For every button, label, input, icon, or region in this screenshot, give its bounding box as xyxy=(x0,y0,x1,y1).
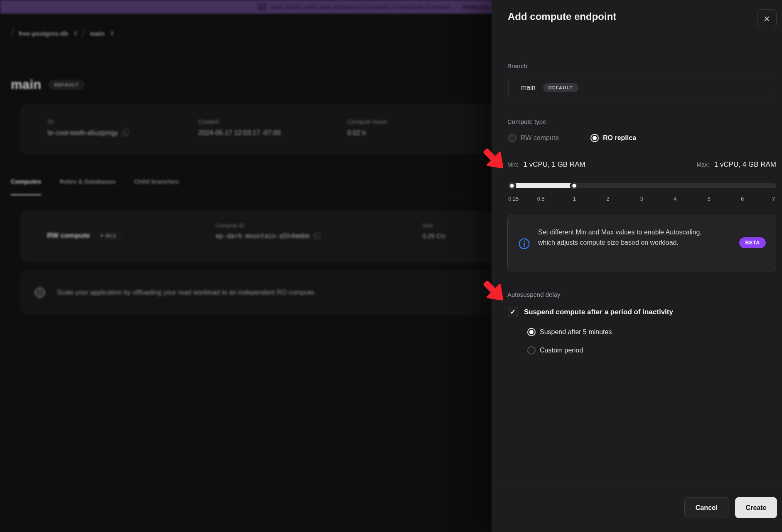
max-label: Max: xyxy=(696,161,709,168)
tick-label: 1 xyxy=(573,196,576,202)
radio-suspend-5-minutes[interactable]: Suspend after 5 minutes xyxy=(527,328,612,336)
copy-icon[interactable] xyxy=(122,129,129,137)
footer-divider xyxy=(492,483,782,483)
tick-label: 4 xyxy=(674,196,676,202)
breadcrumb-divider: / xyxy=(10,27,15,39)
table-icon xyxy=(258,3,266,10)
tick-label: 6 xyxy=(741,196,744,202)
stat-compute-hours: Compute hours 0.02 h xyxy=(347,118,387,137)
radio-rw-compute[interactable]: RW compute xyxy=(508,134,559,142)
red-arrow-autosuspend-icon xyxy=(481,278,507,304)
create-button[interactable]: Create xyxy=(735,497,777,518)
autoscaling-info-text: Set different Min and Max values to enab… xyxy=(538,227,713,248)
branch-tabs: Computes Roles & Databases Child branche… xyxy=(11,178,179,195)
stat-label: Created xyxy=(198,118,280,125)
compute-id-value: ep-dark-mountain-a5h4mmbm xyxy=(216,232,310,240)
branch-default-badge: DEFAULT xyxy=(543,83,578,92)
slider-handle-max[interactable] xyxy=(571,182,578,190)
tab-computes[interactable]: Computes xyxy=(11,178,41,195)
radio-label: Custom period xyxy=(540,347,583,354)
breadcrumb-divider: / xyxy=(81,27,86,39)
drawer-title: Add compute endpoint xyxy=(508,11,616,22)
compute-id-label: Compute ID xyxy=(216,222,320,229)
autosuspend-label: Autosuspend delay xyxy=(507,291,561,298)
stat-label: Compute hours xyxy=(347,118,387,125)
breadcrumb-project[interactable]: free-postgres-db xyxy=(19,30,68,37)
slider-handle-min[interactable] xyxy=(509,182,516,190)
compute-size-slider[interactable]: 0.25 0.5 1 2 3 4 5 6 7 xyxy=(508,183,782,203)
breadcrumb-branch[interactable]: main xyxy=(90,30,105,37)
tab-roles-databases[interactable]: Roles & Databases xyxy=(59,178,116,195)
beta-badge: BETA xyxy=(739,237,766,248)
banner-message: New tables with data editing and exports… xyxy=(271,3,450,10)
slider-ticks: 0.25 0.5 1 2 3 4 5 6 7 xyxy=(508,196,776,203)
max-group: Max: 1 vCPU, 4 GB RAM xyxy=(696,160,776,169)
tick-label: 7 xyxy=(772,196,775,202)
tick-label: 0.5 xyxy=(537,196,545,202)
radio-icon[interactable] xyxy=(527,328,536,336)
status-text: IDLE xyxy=(106,234,117,238)
chevron-updown-icon[interactable] xyxy=(111,31,114,36)
tick-label: 2 xyxy=(606,196,609,202)
radio-label: RO replica xyxy=(603,134,636,142)
red-arrow-min-icon xyxy=(481,146,507,172)
compute-size-field: Size 0.25 CU xyxy=(423,222,445,239)
suspend-checkbox-row[interactable]: ✓ Suspend compute after a period of inac… xyxy=(508,307,673,317)
screen: New tables with data editing and exports… xyxy=(0,0,782,532)
info-icon xyxy=(519,238,530,249)
radio-custom-period[interactable]: Custom period xyxy=(527,346,583,355)
slider-range-fill xyxy=(508,183,574,188)
radio-ro-replica[interactable]: RO replica xyxy=(590,134,636,142)
status-badge: IDLE xyxy=(96,232,121,240)
branch-field: main DEFAULT xyxy=(508,76,776,99)
size-label: Size xyxy=(423,222,445,229)
branch-section-label: Branch xyxy=(507,62,527,69)
ro-hint-text: Scale your application by offloading you… xyxy=(57,289,316,296)
chip-icon xyxy=(34,286,46,299)
breadcrumb: / free-postgres-db / main xyxy=(11,27,114,39)
minmax-row: Min: 1 vCPU, 1 GB RAM Max: 1 vCPU, 4 GB … xyxy=(507,160,776,169)
stat-created: Created 2024-05-17 12:03:17 -07:00 xyxy=(198,118,280,137)
status-dot-icon xyxy=(101,234,103,237)
branch-field-value: main xyxy=(521,84,536,91)
stat-value: 0.02 h xyxy=(347,129,366,137)
stat-value: 2024-05-17 12:03:17 -07:00 xyxy=(198,129,280,137)
radio-icon[interactable] xyxy=(590,134,599,142)
copy-icon[interactable] xyxy=(314,232,320,240)
radio-icon[interactable] xyxy=(527,346,536,355)
min-group: Min: 1 vCPU, 1 GB RAM xyxy=(507,160,585,169)
radio-icon[interactable] xyxy=(508,134,516,142)
min-value: 1 vCPU, 1 GB RAM xyxy=(523,160,585,169)
autoscaling-info-box: Set different Min and Max values to enab… xyxy=(507,215,776,271)
tick-label: 5 xyxy=(707,196,710,202)
default-badge: DEFAULT xyxy=(49,80,84,89)
page-title: main xyxy=(11,77,42,92)
stat-id: ID br-cool-tooth-a5uzpmgy xyxy=(48,118,129,137)
close-icon: ✕ xyxy=(764,14,770,24)
stat-label: ID xyxy=(48,118,129,125)
suspend-checkbox-label: Suspend compute after a period of inacti… xyxy=(524,308,673,316)
tabs-divider xyxy=(0,195,492,196)
size-value: 0.25 CU xyxy=(423,232,445,239)
max-value: 1 vCPU, 4 GB RAM xyxy=(714,160,776,169)
chevron-updown-icon[interactable] xyxy=(74,31,77,36)
compute-id-field: Compute ID ep-dark-mountain-a5h4mmbm xyxy=(216,222,320,240)
compute-name: RW compute xyxy=(47,232,90,240)
tick-label: 0.25 xyxy=(508,196,519,202)
drawer-header: Add compute endpoint ✕ xyxy=(492,0,782,43)
tab-child-branches[interactable]: Child branches xyxy=(134,178,179,195)
add-compute-endpoint-drawer: Add compute endpoint ✕ Branch main DEFAU… xyxy=(492,0,782,532)
branch-header: main DEFAULT xyxy=(11,77,84,92)
close-button[interactable]: ✕ xyxy=(757,9,777,28)
cancel-button[interactable]: Cancel xyxy=(684,497,728,518)
compute-type-label: Compute type xyxy=(507,118,546,125)
radio-label: Suspend after 5 minutes xyxy=(540,328,612,336)
tick-label: 3 xyxy=(640,196,643,202)
stat-value: br-cool-tooth-a5uzpmgy xyxy=(48,129,118,137)
checkbox-checked-icon[interactable]: ✓ xyxy=(508,307,518,317)
radio-label: RW compute xyxy=(521,134,559,142)
